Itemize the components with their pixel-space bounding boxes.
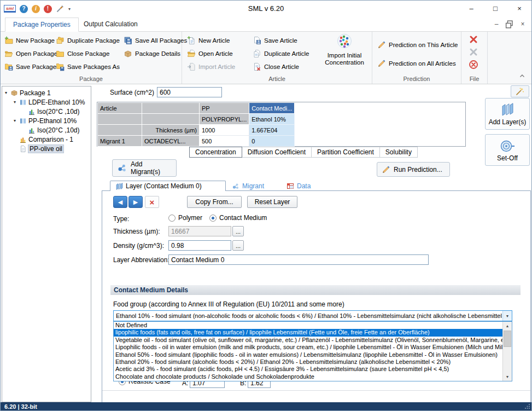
layer-abbreviation-input[interactable]	[168, 254, 429, 265]
grid-cell-migrant-row[interactable]: Migrant 1	[98, 136, 142, 147]
tab-migrant[interactable]: Migrant	[227, 181, 280, 191]
import-initial-concentration-button[interactable]: Import Initial Concentration	[319, 33, 370, 66]
food-group-option-0[interactable]: Not Defined	[114, 322, 502, 329]
tab-partition-coefficient[interactable]: Partition Coefficient	[311, 147, 380, 158]
food-group-combobox[interactable]: Ethanol 10% - food simulant (non-alcohol…	[113, 310, 512, 321]
grid-cell-empty[interactable]	[98, 114, 142, 125]
resize-grip-icon[interactable]	[524, 403, 530, 409]
grid-cell-migrant-name[interactable]: OCTADECYL...	[142, 136, 200, 147]
maximize-button[interactable]: □	[483, 1, 507, 17]
grid-cell-cm-thickness[interactable]: 1.667E04	[249, 125, 295, 136]
food-group-option-2[interactable]: Vegetable oil - food simulant (olive oil…	[114, 337, 502, 344]
polymer-radio[interactable]: Polymer	[168, 214, 202, 222]
food-group-option-1[interactable]: lipophilic foods (fats and oils, free fa…	[114, 329, 502, 336]
open-article-button[interactable]: Open Article	[185, 48, 237, 60]
tab-package-properties[interactable]: Package Properties	[5, 18, 79, 32]
file-cancel-button[interactable]	[469, 60, 478, 71]
contact-medium-radio[interactable]: Contact Medium	[209, 214, 267, 222]
scroll-down-icon[interactable]: ▼	[503, 373, 512, 381]
auto-configure-button[interactable]	[511, 85, 529, 97]
add-migrants-button[interactable]: Add Migrant(s)	[112, 159, 177, 177]
mdi-restore-button[interactable]	[504, 20, 515, 29]
tree-item-pp-olive-oil[interactable]: PP-olive oil	[2, 144, 91, 153]
grid-cell-empty[interactable]	[142, 114, 200, 125]
grid-cell-thickness-label[interactable]: Thickness (µm)	[142, 125, 200, 136]
next-layer-button[interactable]: ▶	[128, 196, 143, 208]
grid-cell-empty[interactable]	[98, 125, 142, 136]
tree-item-ldpe-ethanol[interactable]: ▾ LDPE-Ethanol 10%	[2, 97, 91, 107]
expander-icon[interactable]: ▾	[12, 118, 17, 123]
save-all-packages-button[interactable]: Save All Packages	[122, 34, 189, 47]
set-off-button[interactable]: Set-Off	[485, 134, 530, 166]
food-group-option-3[interactable]: Lipophilic foods - oil in water emulsion…	[114, 344, 502, 351]
minimize-button[interactable]: –	[459, 1, 483, 17]
tree-item-comparison[interactable]: Comparison - 1	[2, 135, 91, 144]
grid-cell-contact-header[interactable]: Contact Medi...	[249, 103, 295, 114]
expander-icon[interactable]: ▾	[12, 100, 17, 105]
duplicate-package-button[interactable]: Duplicate Package	[54, 34, 121, 47]
save-article-button[interactable]: Save Article	[251, 34, 311, 47]
grid-cell-pp-header[interactable]: PP	[200, 103, 249, 114]
close-article-button[interactable]: Close Article	[251, 61, 311, 73]
tab-output-calculation[interactable]: Output Calculation	[76, 18, 145, 32]
food-group-option-6[interactable]: Acetic acid 3% - food simulant (acidic f…	[114, 366, 502, 373]
package-details-button[interactable]: Package Details	[122, 48, 189, 60]
new-article-button[interactable]: New Article	[185, 34, 237, 47]
new-package-button[interactable]: New Package	[3, 34, 59, 47]
import-article-button[interactable]: Import Article	[185, 61, 237, 73]
dropdown-scrollbar[interactable]: ▲ ▼	[502, 322, 512, 381]
help-icon[interactable]: ?	[20, 5, 28, 13]
tools-icon[interactable]	[56, 4, 65, 13]
qat-customize-icon[interactable]: ▾	[68, 7, 71, 11]
food-group-option-7[interactable]: Chocolate and chocolate products / Schok…	[114, 373, 502, 380]
file-delete-all-button[interactable]	[469, 47, 478, 59]
info-icon[interactable]: i	[32, 5, 40, 13]
grid-cell-pp-thickness[interactable]: 1000	[200, 125, 249, 136]
delete-layer-button[interactable]: ×	[145, 196, 159, 208]
food-group-option-4[interactable]: Ethanol 50% - food simulant (lipophilic …	[114, 351, 502, 358]
previous-layer-button[interactable]: ◀	[113, 196, 127, 208]
expander-icon[interactable]: ▾	[3, 90, 9, 95]
thickness-ellipsis-button[interactable]: ...	[232, 226, 244, 236]
scroll-up-icon[interactable]: ▲	[503, 322, 512, 330]
prediction-this-article-button[interactable]: Prediction on This Article	[376, 39, 459, 51]
pin-icon[interactable]: !	[44, 5, 52, 13]
file-delete-button[interactable]	[469, 34, 478, 46]
density-input[interactable]	[168, 240, 231, 251]
mdi-close-button[interactable]: ×	[517, 20, 528, 29]
grid-cell-cm-conc[interactable]: 0	[249, 136, 295, 147]
tab-data[interactable]: Data	[282, 181, 329, 191]
grid-cell-pp-conc[interactable]: 500	[200, 136, 249, 147]
tree-item-package1[interactable]: ▾ Package 1	[2, 88, 91, 97]
grid-cell-medium-name[interactable]: Ethanol 10%	[249, 114, 295, 125]
prediction-all-articles-button[interactable]: Prediction on All Articles	[376, 57, 459, 70]
surface-input[interactable]	[157, 87, 222, 97]
duplicate-article-button[interactable]: Duplicate Article	[251, 48, 311, 60]
run-prediction-button[interactable]: Run Prediction...	[377, 162, 450, 177]
ribbon-collapse-button[interactable]	[519, 72, 525, 79]
combo-dropdown-icon[interactable]: ▼	[502, 311, 512, 321]
mdi-minimize-button[interactable]: –	[491, 20, 502, 29]
save-package-button[interactable]: Save Package	[3, 61, 59, 73]
open-package-button[interactable]: Open Package	[3, 48, 59, 60]
scrollbar-thumb[interactable]	[504, 331, 511, 347]
density-ellipsis-button[interactable]: ...	[232, 240, 244, 251]
copy-from-button[interactable]: Copy From...	[187, 196, 242, 208]
tab-diffusion-coefficient[interactable]: Diffusion Coefficient	[242, 147, 312, 158]
tab-layer-contact-medium[interactable]: Layer (Contact Medium 0)	[110, 181, 226, 191]
close-package-button[interactable]: Close Package	[54, 48, 121, 60]
add-layers-button[interactable]: Add Layer(s)	[485, 98, 530, 130]
tree-item-iso-1[interactable]: Iso(20°C ,10d)	[2, 107, 91, 116]
reset-layer-button[interactable]: Reset Layer	[247, 196, 297, 208]
close-button[interactable]: ×	[507, 1, 531, 17]
thickness-input[interactable]	[168, 226, 231, 236]
grid-cell-article[interactable]: Article	[98, 103, 142, 114]
grid-cell-empty[interactable]	[142, 103, 200, 114]
grid-cell-polymer-name[interactable]: POLYPROPYL...	[200, 114, 249, 125]
tab-solubility[interactable]: Solubility	[379, 147, 418, 158]
save-packages-as-button[interactable]: Save Packages As	[54, 61, 121, 73]
tab-concentration[interactable]: Concentration	[189, 147, 242, 158]
tree-item-pp-ethanol[interactable]: ▾ PP-Ethanol 10%	[2, 116, 91, 125]
food-group-option-5[interactable]: Ethanol 20% - food simulant (alcoholic f…	[114, 358, 502, 366]
tree-item-iso-2[interactable]: Iso(20°C ,10d)	[2, 125, 91, 135]
